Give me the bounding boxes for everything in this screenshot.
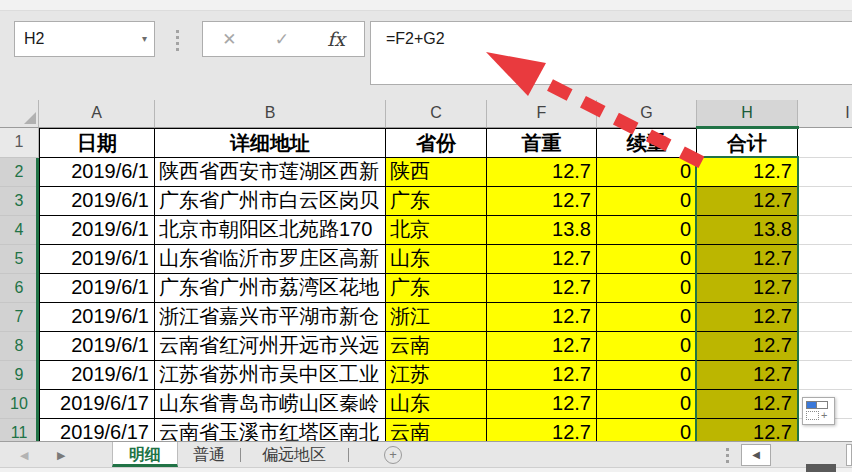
cell-B4[interactable]: 北京市朝阳区北苑路170	[155, 216, 386, 245]
cell-B1[interactable]: 详细地址	[155, 128, 386, 158]
insert-function-icon[interactable]: fx	[327, 28, 345, 50]
cell-C9[interactable]: 江苏	[386, 361, 487, 390]
cell-I2[interactable]	[798, 158, 852, 187]
cell-F5[interactable]: 12.7	[487, 245, 597, 274]
name-box[interactable]: H2 ▾	[14, 21, 155, 57]
cell-I6[interactable]	[798, 274, 852, 303]
cell-G11[interactable]: 0	[597, 419, 697, 441]
cell-F1[interactable]: 首重	[487, 128, 597, 158]
cell-I5[interactable]	[798, 245, 852, 274]
cell-C2[interactable]: 陕西	[386, 158, 487, 187]
view-shortcut-button[interactable]	[806, 464, 836, 472]
cell-F9[interactable]: 12.7	[487, 361, 597, 390]
cell-G10[interactable]: 0	[597, 390, 697, 419]
column-header-A[interactable]: A	[39, 100, 155, 128]
cell-F7[interactable]: 12.7	[487, 303, 597, 332]
row-header-10[interactable]: 10	[0, 390, 39, 419]
cell-F2[interactable]: 12.7	[487, 158, 597, 187]
cell-A6[interactable]: 2019/6/1	[39, 274, 155, 303]
cell-F8[interactable]: 12.7	[487, 332, 597, 361]
column-header-B[interactable]: B	[155, 100, 386, 128]
select-all-button[interactable]	[0, 100, 39, 128]
add-sheet-button[interactable]: +	[384, 446, 402, 464]
enter-icon[interactable]: ✓	[275, 29, 289, 50]
row-header-5[interactable]: 5	[0, 245, 39, 274]
cell-B3[interactable]: 广东省广州市白云区岗贝	[155, 187, 386, 216]
sheet-tab-putong[interactable]: 普通	[181, 442, 237, 467]
cell-C4[interactable]: 北京	[386, 216, 487, 245]
cell-B10[interactable]: 山东省青岛市崂山区秦岭	[155, 390, 386, 419]
row-header-11[interactable]: 11	[0, 419, 39, 441]
row-header-8[interactable]: 8	[0, 332, 39, 361]
row-header-9[interactable]: 9	[0, 361, 39, 390]
name-box-dropdown-icon[interactable]: ▾	[142, 22, 147, 56]
column-header-C[interactable]: C	[386, 100, 487, 128]
cell-C3[interactable]: 广东	[386, 187, 487, 216]
column-header-F[interactable]: F	[487, 100, 597, 128]
row-header-4[interactable]: 4	[0, 216, 39, 245]
scrollbar-splitter[interactable]	[726, 448, 729, 463]
next-sheet-icon[interactable]: ▶	[57, 442, 65, 468]
row-header-6[interactable]: 6	[0, 274, 39, 303]
sheet-tab-pianyuandiqu[interactable]: 偏远地区	[244, 442, 344, 467]
scroll-left-button[interactable]: ◀	[741, 444, 771, 466]
cell-B7[interactable]: 浙江省嘉兴市平湖市新仓	[155, 303, 386, 332]
cell-F3[interactable]: 12.7	[487, 187, 597, 216]
cell-F11[interactable]: 12.7	[487, 419, 597, 441]
row-header-7[interactable]: 7	[0, 303, 39, 332]
cell-C6[interactable]: 广东	[386, 274, 487, 303]
column-header-G[interactable]: G	[597, 100, 697, 128]
cell-A8[interactable]: 2019/6/1	[39, 332, 155, 361]
cell-C8[interactable]: 云南	[386, 332, 487, 361]
cell-A7[interactable]: 2019/6/1	[39, 303, 155, 332]
cell-A1[interactable]: 日期	[39, 128, 155, 158]
cell-G9[interactable]: 0	[597, 361, 697, 390]
cell-C7[interactable]: 浙江	[386, 303, 487, 332]
cell-C10[interactable]: 山东	[386, 390, 487, 419]
cell-G2[interactable]: 0	[597, 158, 697, 187]
cancel-icon[interactable]: ✕	[222, 29, 236, 50]
cell-G7[interactable]: 0	[597, 303, 697, 332]
cell-G1[interactable]: 续重	[597, 128, 697, 158]
cell-G3[interactable]: 0	[597, 187, 697, 216]
cell-A5[interactable]: 2019/6/1	[39, 245, 155, 274]
row-header-1[interactable]: 1	[0, 128, 39, 158]
cell-B6[interactable]: 广东省广州市荔湾区花地	[155, 274, 386, 303]
auto-fill-options-button[interactable]: +	[802, 397, 835, 425]
cell-G4[interactable]: 0	[597, 216, 697, 245]
row-header-2[interactable]: 2	[0, 158, 39, 187]
cell-A4[interactable]: 2019/6/1	[39, 216, 155, 245]
cell-C1[interactable]: 省份	[386, 128, 487, 158]
cell-B2[interactable]: 陕西省西安市莲湖区西新	[155, 158, 386, 187]
sheet-tab-mingxi[interactable]: 明细	[112, 442, 178, 467]
cell-A11[interactable]: 2019/6/17	[39, 419, 155, 441]
cell-A2[interactable]: 2019/6/1	[39, 158, 155, 187]
cell-F10[interactable]: 12.7	[487, 390, 597, 419]
formula-bar-input[interactable]: =F2+G2	[370, 21, 852, 85]
cell-I7[interactable]	[798, 303, 852, 332]
scroll-right-button[interactable]	[846, 444, 852, 466]
cell-B9[interactable]: 江苏省苏州市吴中区工业	[155, 361, 386, 390]
cell-I1[interactable]	[798, 128, 852, 158]
cell-B5[interactable]: 山东省临沂市罗庄区高新	[155, 245, 386, 274]
cell-G6[interactable]: 0	[597, 274, 697, 303]
cell-A10[interactable]: 2019/6/17	[39, 390, 155, 419]
cell-I3[interactable]	[798, 187, 852, 216]
cell-I9[interactable]	[798, 361, 852, 390]
column-header-I[interactable]: I	[798, 100, 852, 128]
formula-bar-splitter[interactable]	[176, 30, 179, 51]
cell-C5[interactable]: 山东	[386, 245, 487, 274]
row-header-3[interactable]: 3	[0, 187, 39, 216]
cell-G8[interactable]: 0	[597, 332, 697, 361]
cell-I8[interactable]	[798, 332, 852, 361]
cell-B8[interactable]: 云南省红河州开远市兴远	[155, 332, 386, 361]
cell-B11[interactable]: 云南省玉溪市红塔区南北	[155, 419, 386, 441]
cell-H1[interactable]: 合计	[697, 128, 798, 158]
prev-sheet-icon[interactable]: ◀	[20, 442, 28, 468]
cell-C11[interactable]: 云南	[386, 419, 487, 441]
cell-A9[interactable]: 2019/6/1	[39, 361, 155, 390]
cell-F4[interactable]: 13.8	[487, 216, 597, 245]
cell-G5[interactable]: 0	[597, 245, 697, 274]
cell-A3[interactable]: 2019/6/1	[39, 187, 155, 216]
cell-F6[interactable]: 12.7	[487, 274, 597, 303]
